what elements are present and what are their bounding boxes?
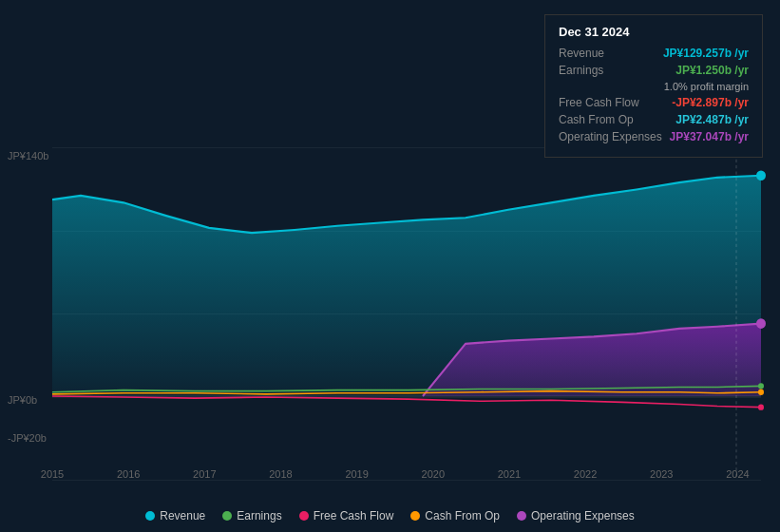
x-label-2021: 2021 <box>498 468 521 480</box>
tooltip-opex-label: Operating Expenses <box>559 130 662 143</box>
legend-opex[interactable]: Operating Expenses <box>517 509 635 522</box>
tooltip-profit-margin: 1.0% profit margin <box>559 81 749 92</box>
legend-label-fcf: Free Cash Flow <box>314 509 394 522</box>
x-label-2018: 2018 <box>269 468 292 480</box>
chart-legend: Revenue Earnings Free Cash Flow Cash Fro… <box>0 509 780 522</box>
legend-label-cashop: Cash From Op <box>425 509 500 522</box>
x-label-2023: 2023 <box>650 468 673 480</box>
fcf-endpoint <box>758 404 764 409</box>
tooltip-revenue-value: JP¥129.257b /yr <box>663 47 749 60</box>
y-label-0: JP¥0b <box>8 394 37 406</box>
tooltip-fcf-value: -JP¥2.897b /yr <box>672 96 749 109</box>
tooltip-revenue-label: Revenue <box>559 47 604 60</box>
legend-label-revenue: Revenue <box>160 509 205 522</box>
y-label-140: JP¥140b <box>8 150 48 162</box>
x-label-2017: 2017 <box>193 468 216 480</box>
x-label-2015: 2015 <box>41 468 64 480</box>
x-axis: 2015 2016 2017 2018 2019 2020 2021 2022 … <box>52 468 761 480</box>
x-label-2019: 2019 <box>345 468 368 480</box>
legend-cashop[interactable]: Cash From Op <box>410 509 500 522</box>
revenue-endpoint <box>756 170 766 180</box>
cashop-endpoint <box>758 390 764 395</box>
tooltip-earnings-value: JP¥1.250b /yr <box>675 64 749 77</box>
tooltip-cashop-row: Cash From Op JP¥2.487b /yr <box>559 113 749 126</box>
tooltip-fcf-row: Free Cash Flow -JP¥2.897b /yr <box>559 96 749 109</box>
legend-dot-fcf <box>299 511 309 521</box>
tooltip-earnings-row: Earnings JP¥1.250b /yr <box>559 64 749 77</box>
legend-label-earnings: Earnings <box>237 509 281 522</box>
chart-container: Dec 31 2024 Revenue JP¥129.257b /yr Earn… <box>0 0 780 532</box>
tooltip-opex-row: Operating Expenses JP¥37.047b /yr <box>559 130 749 143</box>
main-chart-svg <box>52 147 761 480</box>
opex-endpoint <box>756 318 766 329</box>
earnings-endpoint <box>758 383 764 389</box>
fcf-line <box>52 396 761 408</box>
legend-earnings[interactable]: Earnings <box>222 509 281 522</box>
tooltip-cashop-value: JP¥2.487b /yr <box>675 113 749 126</box>
tooltip-revenue-row: Revenue JP¥129.257b /yr <box>559 47 749 60</box>
x-label-2022: 2022 <box>574 468 597 480</box>
legend-dot-revenue <box>145 511 155 521</box>
tooltip-opex-value: JP¥37.047b /yr <box>670 130 749 143</box>
legend-dot-opex <box>517 511 526 521</box>
legend-label-opex: Operating Expenses <box>531 509 635 522</box>
legend-fcf[interactable]: Free Cash Flow <box>299 509 394 522</box>
legend-dot-cashop <box>410 511 420 521</box>
legend-dot-earnings <box>222 511 232 521</box>
tooltip-date: Dec 31 2024 <box>559 25 749 39</box>
chart-svg-area <box>52 147 761 480</box>
x-label-2024: 2024 <box>726 468 749 480</box>
tooltip-cashop-label: Cash From Op <box>559 113 634 126</box>
y-label-neg20: -JP¥20b <box>8 432 47 444</box>
legend-revenue[interactable]: Revenue <box>145 509 205 522</box>
tooltip-fcf-label: Free Cash Flow <box>559 96 639 109</box>
tooltip-earnings-label: Earnings <box>559 64 603 77</box>
tooltip-box: Dec 31 2024 Revenue JP¥129.257b /yr Earn… <box>544 14 763 158</box>
x-label-2020: 2020 <box>422 468 445 480</box>
x-label-2016: 2016 <box>117 468 140 480</box>
